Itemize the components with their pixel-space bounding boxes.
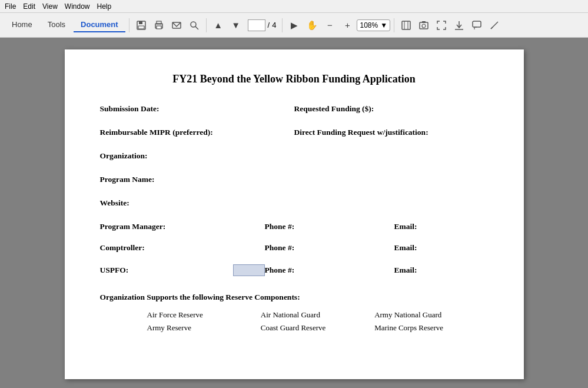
menu-bar: File Edit View Window Help bbox=[0, 0, 588, 13]
organization-label: Organization: bbox=[100, 151, 489, 161]
comp-email-label: Email: bbox=[394, 243, 524, 253]
separator bbox=[206, 18, 207, 32]
row-organization: Organization: bbox=[100, 151, 489, 161]
zoom-in-btn[interactable]: + bbox=[339, 17, 356, 34]
svg-rect-9 bbox=[402, 21, 410, 29]
menu-help[interactable]: Help bbox=[97, 2, 112, 11]
reserve-section: Organization Supports the following Rese… bbox=[100, 293, 489, 333]
reserve-item-0: Air Force Reserve bbox=[147, 310, 261, 320]
separator bbox=[394, 18, 394, 32]
document-page: FY21 Beyond the Yellow Ribbon Funding Ap… bbox=[65, 49, 524, 379]
hand-tool[interactable]: ✋ bbox=[304, 17, 320, 34]
pm-email-label: Email: bbox=[394, 222, 524, 231]
svg-rect-17 bbox=[473, 21, 481, 27]
menu-edit[interactable]: Edit bbox=[23, 2, 35, 11]
svg-line-8 bbox=[195, 26, 198, 29]
zoom-value: 108% bbox=[360, 21, 378, 29]
program-name-label: Program Name: bbox=[100, 175, 489, 184]
uspfo-input[interactable] bbox=[233, 264, 265, 276]
scroll-down-btn[interactable]: ▼ bbox=[228, 17, 244, 34]
pm-phone-label: Phone #: bbox=[265, 222, 394, 231]
zoom-out-btn[interactable]: − bbox=[321, 17, 338, 34]
svg-line-19 bbox=[491, 27, 493, 29]
comptroller-label: Comptroller: bbox=[100, 243, 265, 253]
reserve-grid: Air Force Reserve Air National Guard Arm… bbox=[100, 310, 489, 333]
pencil-btn[interactable] bbox=[486, 17, 503, 34]
comment-btn[interactable] bbox=[469, 17, 485, 34]
reserve-item-2: Army National Guard bbox=[374, 310, 488, 320]
save-btn[interactable] bbox=[133, 17, 150, 34]
print-btn[interactable] bbox=[151, 17, 167, 34]
document-title: FY21 Beyond the Yellow Ribbon Funding Ap… bbox=[100, 73, 489, 85]
page-separator: / bbox=[268, 21, 270, 29]
row-program-manager: Program Manager: Phone #: Email: bbox=[100, 222, 489, 231]
cursor-tool[interactable]: ▶ bbox=[286, 17, 303, 34]
menu-view[interactable]: View bbox=[42, 2, 58, 11]
zoom-dropdown-icon: ▼ bbox=[380, 21, 387, 29]
svg-point-13 bbox=[422, 24, 426, 28]
uspfo-container: USPFO: bbox=[100, 264, 265, 276]
mail-btn[interactable] bbox=[168, 17, 185, 34]
comp-phone-label: Phone #: bbox=[265, 243, 394, 253]
row-mipr: Reimbursable MIPR (preferred): Direct Fu… bbox=[100, 128, 489, 137]
menu-window[interactable]: Window bbox=[65, 2, 90, 11]
tab-document[interactable]: Document bbox=[74, 18, 125, 32]
tab-home[interactable]: Home bbox=[5, 18, 39, 32]
reserve-item-4: Coast Guard Reserve bbox=[261, 323, 374, 333]
requested-funding-label: Requested Funding ($): bbox=[294, 104, 489, 114]
svg-rect-14 bbox=[422, 21, 426, 23]
page-total: 4 bbox=[272, 21, 276, 29]
svg-rect-5 bbox=[157, 26, 161, 29]
row-website: Website: bbox=[100, 198, 489, 208]
row-program-name: Program Name: bbox=[100, 175, 489, 184]
reimbursable-mipr-label: Reimbursable MIPR (preferred): bbox=[100, 128, 294, 137]
scroll-up-btn[interactable]: ▲ bbox=[210, 17, 227, 34]
export-btn[interactable] bbox=[451, 17, 467, 34]
separator bbox=[129, 18, 129, 32]
reserve-item-1: Air National Guard bbox=[261, 310, 374, 320]
row-uspfo: USPFO: Phone #: Email: bbox=[100, 264, 489, 276]
reserve-header: Organization Supports the following Rese… bbox=[100, 293, 489, 302]
snapshot-btn[interactable] bbox=[416, 17, 432, 34]
submission-date-label: Submission Date: bbox=[100, 104, 294, 114]
uspfo-phone-label: Phone #: bbox=[265, 266, 394, 275]
row-comptroller: Comptroller: Phone #: Email: bbox=[100, 243, 489, 253]
fullscreen-btn[interactable] bbox=[433, 17, 450, 34]
zoom-selector[interactable]: 108% ▼ bbox=[357, 19, 390, 31]
reserve-item-5: Marine Corps Reserve bbox=[374, 323, 488, 333]
toolbar: Home Tools Document ▲ ▼ 1 / 4 ▶ ✋ − + 10… bbox=[0, 13, 588, 38]
fit-page-btn[interactable] bbox=[398, 17, 414, 34]
row-submission: Submission Date: Requested Funding ($): bbox=[100, 104, 489, 114]
reserve-item-3: Army Reserve bbox=[147, 323, 261, 333]
svg-rect-2 bbox=[138, 26, 144, 29]
svg-point-7 bbox=[191, 22, 196, 27]
separator bbox=[282, 18, 283, 32]
search-btn[interactable] bbox=[186, 17, 202, 34]
tab-tools[interactable]: Tools bbox=[41, 18, 72, 32]
program-manager-label: Program Manager: bbox=[100, 222, 265, 231]
page-input[interactable]: 1 bbox=[248, 19, 265, 31]
direct-funding-label: Direct Funding Request w/justification: bbox=[294, 128, 489, 137]
uspfo-label: USPFO: bbox=[100, 266, 230, 275]
uspfo-email-label: Email: bbox=[394, 266, 524, 275]
website-label: Website: bbox=[100, 198, 489, 208]
menu-file[interactable]: File bbox=[5, 2, 16, 11]
svg-rect-1 bbox=[139, 21, 142, 24]
page-nav: 1 / 4 bbox=[248, 19, 277, 31]
document-area: FY21 Beyond the Yellow Ribbon Funding Ap… bbox=[0, 38, 588, 388]
